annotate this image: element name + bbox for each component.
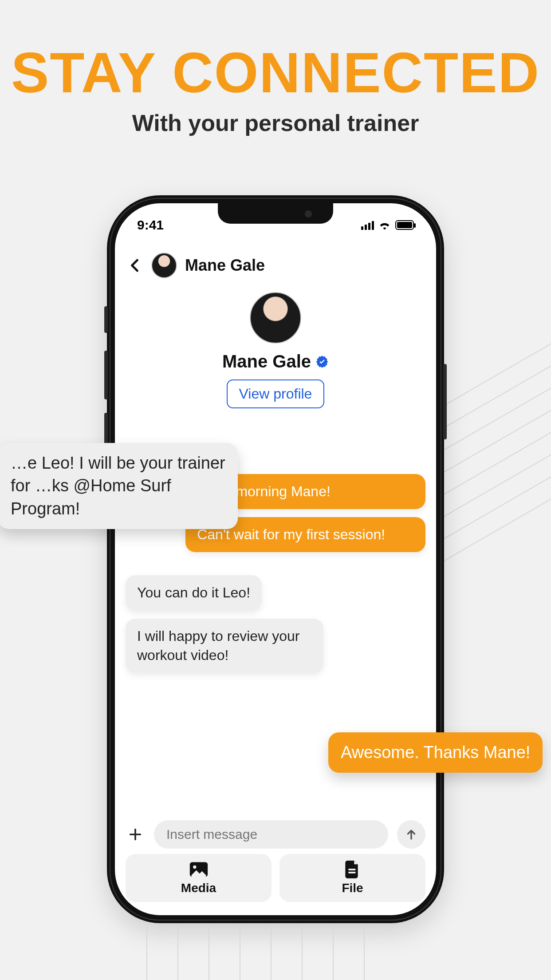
chat-header: Mane Gale <box>115 248 436 283</box>
send-button[interactable] <box>397 820 425 849</box>
composer <box>126 820 425 849</box>
chat-bubble-outgoing-overflow: Awesome. Thanks Mane! <box>328 732 543 773</box>
media-tab-label: Media <box>181 881 216 895</box>
hero-subtitle: With your personal trainer <box>0 110 551 136</box>
chat-bubble-incoming: You can do it Leo! <box>126 575 262 610</box>
wifi-icon <box>378 220 391 230</box>
phone-notch <box>218 203 333 224</box>
file-tab-label: File <box>342 881 363 895</box>
file-tab[interactable]: File <box>279 854 425 902</box>
svg-point-1 <box>193 865 196 869</box>
svg-rect-3 <box>348 872 356 873</box>
chat-bubble-incoming: I will happy to review your workout vide… <box>126 619 323 673</box>
phone-screen: 9:41 Mane Gale Mane Gale View profile Go… <box>115 203 436 915</box>
hero-title: STAY CONNECTED <box>0 40 551 105</box>
avatar[interactable] <box>250 292 301 344</box>
verified-badge-icon <box>315 355 329 368</box>
phone-side-button <box>104 306 108 333</box>
phone-side-button <box>104 351 108 399</box>
status-time: 9:41 <box>137 217 164 233</box>
decorative-vertical-lines <box>146 927 377 980</box>
media-tab[interactable]: Media <box>126 854 272 902</box>
profile-block: Mane Gale View profile <box>115 292 436 408</box>
file-icon <box>343 861 362 878</box>
profile-name: Mane Gale <box>222 352 311 371</box>
signal-icon <box>361 220 374 230</box>
attachment-tabs: Media File <box>126 854 425 902</box>
plus-icon <box>128 827 143 842</box>
message-input[interactable] <box>154 820 388 849</box>
phone-frame: 9:41 Mane Gale Mane Gale View profile Go… <box>107 195 444 923</box>
hero: STAY CONNECTED With your personal traine… <box>0 0 551 136</box>
chat-bubble-incoming-overflow: …e Leo! I will be your trainer for …ks @… <box>0 443 238 529</box>
view-profile-button[interactable]: View profile <box>227 379 325 408</box>
battery-icon <box>395 220 414 230</box>
chat-contact-name: Mane Gale <box>185 256 265 275</box>
image-icon <box>189 861 209 878</box>
arrow-up-icon <box>405 828 418 841</box>
back-icon[interactable] <box>127 257 143 273</box>
add-attachment-button[interactable] <box>126 825 145 844</box>
svg-rect-2 <box>348 869 356 870</box>
phone-side-button <box>443 364 447 439</box>
avatar[interactable] <box>151 253 177 278</box>
